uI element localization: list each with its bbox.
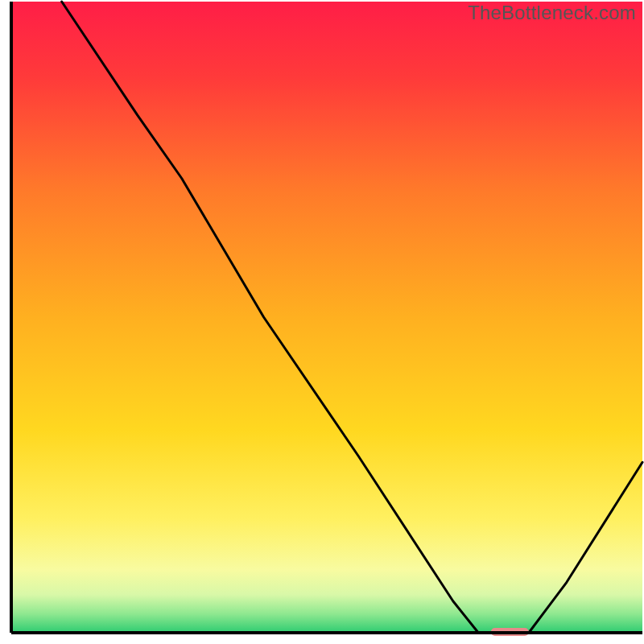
gradient-background [11,2,642,633]
watermark-text: TheBottleneck.com [468,2,636,24]
chart-svg [0,0,644,644]
bottleneck-chart: TheBottleneck.com [0,0,644,644]
